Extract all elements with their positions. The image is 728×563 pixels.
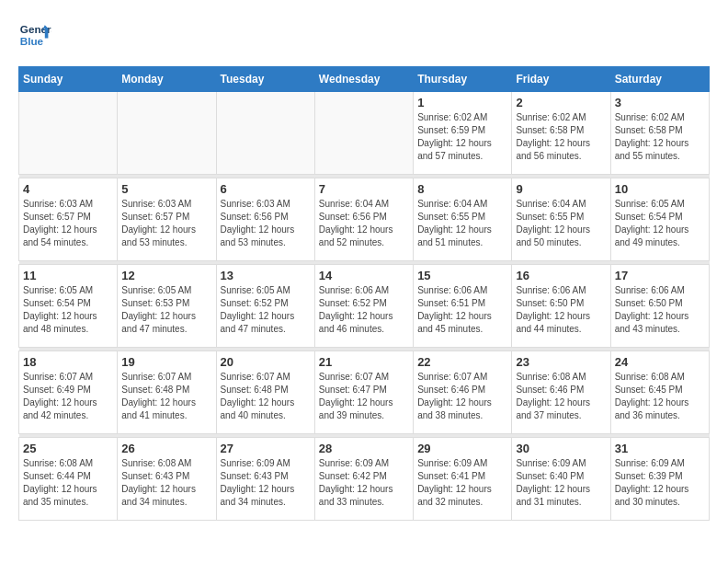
- day-info: Sunrise: 6:07 AMSunset: 6:46 PMDaylight:…: [417, 371, 507, 422]
- day-info: Sunrise: 6:06 AMSunset: 6:50 PMDaylight:…: [615, 284, 705, 336]
- day-number: 16: [516, 269, 606, 282]
- day-info: Sunrise: 6:09 AMSunset: 6:42 PMDaylight:…: [319, 457, 409, 509]
- calendar-cell: 27Sunrise: 6:09 AMSunset: 6:43 PMDayligh…: [216, 438, 314, 521]
- calendar-cell: [216, 92, 314, 175]
- day-number: 2: [516, 96, 606, 109]
- day-info: Sunrise: 6:03 AMSunset: 6:56 PMDaylight:…: [221, 198, 311, 249]
- day-number: 21: [319, 355, 409, 369]
- day-info: Sunrise: 6:07 AMSunset: 6:47 PMDaylight:…: [319, 371, 409, 422]
- day-number: 20: [221, 355, 311, 369]
- day-number: 15: [417, 269, 507, 282]
- day-number: 1: [417, 96, 507, 109]
- logo: General Blue: [18, 18, 51, 52]
- calendar-cell: [314, 92, 413, 175]
- day-number: 19: [121, 355, 211, 369]
- day-info: Sunrise: 6:09 AMSunset: 6:43 PMDaylight:…: [221, 457, 311, 509]
- day-number: 26: [121, 442, 211, 455]
- day-info: Sunrise: 6:08 AMSunset: 6:43 PMDaylight:…: [121, 457, 211, 509]
- day-number: 8: [417, 182, 507, 196]
- weekday-header-row: SundayMondayTuesdayWednesdayThursdayFrid…: [19, 67, 710, 92]
- weekday-monday: Monday: [118, 67, 216, 92]
- calendar-cell: 13Sunrise: 6:05 AMSunset: 6:52 PMDayligh…: [216, 265, 314, 348]
- calendar-cell: 29Sunrise: 6:09 AMSunset: 6:41 PMDayligh…: [414, 438, 512, 521]
- calendar-cell: 5Sunrise: 6:03 AMSunset: 6:57 PMDaylight…: [118, 178, 216, 261]
- week-row-4: 18Sunrise: 6:07 AMSunset: 6:49 PMDayligh…: [19, 351, 710, 434]
- day-number: 27: [221, 442, 311, 455]
- day-number: 12: [121, 269, 211, 282]
- day-number: 6: [221, 182, 311, 196]
- weekday-thursday: Thursday: [414, 67, 512, 92]
- day-info: Sunrise: 6:08 AMSunset: 6:45 PMDaylight:…: [615, 371, 705, 422]
- day-info: Sunrise: 6:04 AMSunset: 6:56 PMDaylight:…: [319, 198, 409, 249]
- day-info: Sunrise: 6:04 AMSunset: 6:55 PMDaylight:…: [516, 198, 606, 249]
- weekday-wednesday: Wednesday: [314, 67, 413, 92]
- calendar-cell: 4Sunrise: 6:03 AMSunset: 6:57 PMDaylight…: [19, 178, 118, 261]
- day-info: Sunrise: 6:05 AMSunset: 6:54 PMDaylight:…: [23, 284, 113, 336]
- day-number: 11: [23, 269, 113, 282]
- calendar-cell: 6Sunrise: 6:03 AMSunset: 6:56 PMDaylight…: [216, 178, 314, 261]
- calendar-cell: 16Sunrise: 6:06 AMSunset: 6:50 PMDayligh…: [512, 265, 610, 348]
- day-info: Sunrise: 6:03 AMSunset: 6:57 PMDaylight:…: [121, 198, 211, 249]
- calendar-cell: 28Sunrise: 6:09 AMSunset: 6:42 PMDayligh…: [314, 438, 413, 521]
- day-info: Sunrise: 6:07 AMSunset: 6:48 PMDaylight:…: [121, 371, 211, 422]
- calendar-cell: 18Sunrise: 6:07 AMSunset: 6:49 PMDayligh…: [19, 351, 118, 434]
- calendar-cell: 19Sunrise: 6:07 AMSunset: 6:48 PMDayligh…: [118, 351, 216, 434]
- calendar-cell: 12Sunrise: 6:05 AMSunset: 6:53 PMDayligh…: [118, 265, 216, 348]
- day-number: 18: [23, 355, 113, 369]
- week-row-5: 25Sunrise: 6:08 AMSunset: 6:44 PMDayligh…: [19, 438, 710, 521]
- day-number: 28: [319, 442, 409, 455]
- day-info: Sunrise: 6:07 AMSunset: 6:49 PMDaylight:…: [23, 371, 113, 422]
- calendar-cell: 24Sunrise: 6:08 AMSunset: 6:45 PMDayligh…: [610, 351, 709, 434]
- day-number: 9: [516, 182, 606, 196]
- day-number: 25: [23, 442, 113, 455]
- calendar-cell: 20Sunrise: 6:07 AMSunset: 6:48 PMDayligh…: [216, 351, 314, 434]
- calendar-cell: [118, 92, 216, 175]
- calendar-cell: 31Sunrise: 6:09 AMSunset: 6:39 PMDayligh…: [610, 438, 709, 521]
- calendar-table: SundayMondayTuesdayWednesdayThursdayFrid…: [18, 66, 710, 521]
- calendar-cell: 30Sunrise: 6:09 AMSunset: 6:40 PMDayligh…: [512, 438, 610, 521]
- weekday-saturday: Saturday: [610, 67, 709, 92]
- week-row-2: 4Sunrise: 6:03 AMSunset: 6:57 PMDaylight…: [19, 178, 710, 261]
- day-number: 10: [615, 182, 705, 196]
- calendar-cell: 11Sunrise: 6:05 AMSunset: 6:54 PMDayligh…: [19, 265, 118, 348]
- calendar-cell: 26Sunrise: 6:08 AMSunset: 6:43 PMDayligh…: [118, 438, 216, 521]
- calendar-cell: 8Sunrise: 6:04 AMSunset: 6:55 PMDaylight…: [414, 178, 512, 261]
- calendar-cell: 22Sunrise: 6:07 AMSunset: 6:46 PMDayligh…: [414, 351, 512, 434]
- day-info: Sunrise: 6:09 AMSunset: 6:41 PMDaylight:…: [417, 457, 507, 509]
- day-info: Sunrise: 6:02 AMSunset: 6:59 PMDaylight:…: [417, 111, 507, 163]
- day-info: Sunrise: 6:06 AMSunset: 6:52 PMDaylight:…: [319, 284, 409, 336]
- day-number: 23: [516, 355, 606, 369]
- calendar-cell: 17Sunrise: 6:06 AMSunset: 6:50 PMDayligh…: [610, 265, 709, 348]
- day-info: Sunrise: 6:06 AMSunset: 6:51 PMDaylight:…: [417, 284, 507, 336]
- calendar-cell: 2Sunrise: 6:02 AMSunset: 6:58 PMDaylight…: [512, 92, 610, 175]
- day-info: Sunrise: 6:05 AMSunset: 6:53 PMDaylight:…: [121, 284, 211, 336]
- day-info: Sunrise: 6:03 AMSunset: 6:57 PMDaylight:…: [23, 198, 113, 249]
- week-row-3: 11Sunrise: 6:05 AMSunset: 6:54 PMDayligh…: [19, 265, 710, 348]
- calendar-cell: [19, 92, 118, 175]
- calendar-cell: 3Sunrise: 6:02 AMSunset: 6:58 PMDaylight…: [610, 92, 709, 175]
- day-info: Sunrise: 6:06 AMSunset: 6:50 PMDaylight:…: [516, 284, 606, 336]
- day-number: 17: [615, 269, 705, 282]
- day-number: 31: [615, 442, 705, 455]
- day-number: 3: [615, 96, 705, 109]
- day-info: Sunrise: 6:02 AMSunset: 6:58 PMDaylight:…: [615, 111, 705, 163]
- week-row-1: 1Sunrise: 6:02 AMSunset: 6:59 PMDaylight…: [19, 92, 710, 175]
- day-number: 4: [23, 182, 113, 196]
- day-info: Sunrise: 6:07 AMSunset: 6:48 PMDaylight:…: [221, 371, 311, 422]
- weekday-tuesday: Tuesday: [216, 67, 314, 92]
- day-info: Sunrise: 6:02 AMSunset: 6:58 PMDaylight:…: [516, 111, 606, 163]
- calendar-cell: 9Sunrise: 6:04 AMSunset: 6:55 PMDaylight…: [512, 178, 610, 261]
- day-info: Sunrise: 6:05 AMSunset: 6:54 PMDaylight:…: [615, 198, 705, 249]
- weekday-sunday: Sunday: [19, 67, 118, 92]
- day-number: 29: [417, 442, 507, 455]
- day-info: Sunrise: 6:04 AMSunset: 6:55 PMDaylight:…: [417, 198, 507, 249]
- day-number: 13: [221, 269, 311, 282]
- calendar-cell: 14Sunrise: 6:06 AMSunset: 6:52 PMDayligh…: [314, 265, 413, 348]
- day-info: Sunrise: 6:09 AMSunset: 6:39 PMDaylight:…: [615, 457, 705, 509]
- day-number: 22: [417, 355, 507, 369]
- day-info: Sunrise: 6:05 AMSunset: 6:52 PMDaylight:…: [221, 284, 311, 336]
- logo-icon: General Blue: [18, 18, 51, 52]
- calendar-cell: 23Sunrise: 6:08 AMSunset: 6:46 PMDayligh…: [512, 351, 610, 434]
- day-info: Sunrise: 6:08 AMSunset: 6:46 PMDaylight:…: [516, 371, 606, 422]
- svg-text:Blue: Blue: [20, 35, 44, 47]
